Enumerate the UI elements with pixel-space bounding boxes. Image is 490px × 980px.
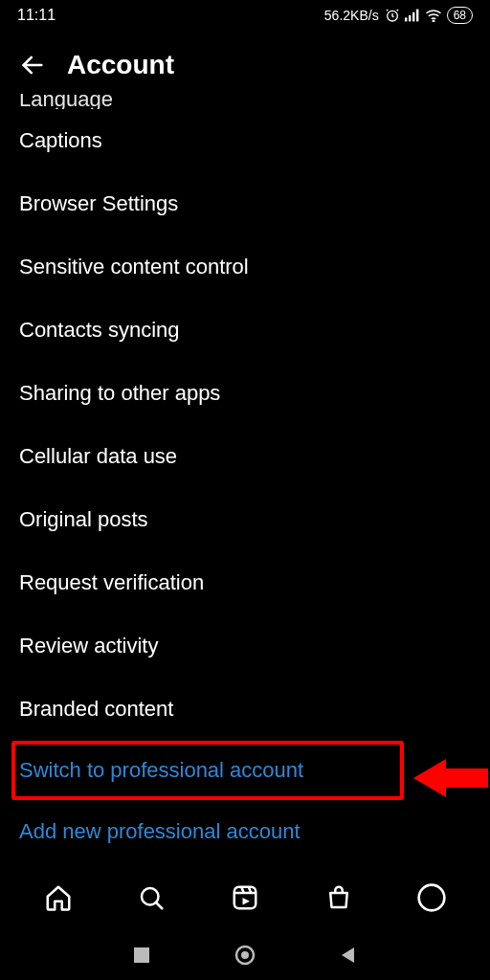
shop-icon [324, 883, 353, 912]
arrow-left-icon [19, 52, 46, 78]
triangle-left-icon [339, 946, 358, 965]
link-add-professional[interactable]: Add new professional account [19, 800, 471, 863]
svg-point-18 [241, 951, 249, 959]
list-item-review-activity[interactable]: Review activity [19, 614, 471, 678]
status-right: 56.2KB/s 68 [324, 7, 473, 24]
list-item-request-verification[interactable]: Request verification [19, 551, 471, 614]
tab-reels[interactable] [222, 875, 268, 921]
link-switch-professional[interactable]: Switch to professional account [19, 745, 396, 796]
list-item-cutoff[interactable]: Language [19, 94, 471, 109]
circle-icon [234, 944, 256, 967]
svg-rect-16 [134, 947, 149, 963]
signal-icon [405, 9, 420, 22]
status-bar: 11:11 56.2KB/s [0, 0, 490, 31]
settings-list: Language Captions Browser Settings Sensi… [0, 94, 490, 863]
svg-marker-14 [242, 898, 250, 905]
list-item-branded-content[interactable]: Branded content [19, 678, 471, 741]
profile-circle-icon [416, 882, 447, 913]
page-title: Account [67, 50, 174, 80]
nav-recent-button[interactable] [128, 942, 155, 969]
header: Account [0, 31, 490, 94]
battery-level: 68 [454, 8, 466, 23]
back-button[interactable] [19, 52, 46, 78]
list-item-sharing-apps[interactable]: Sharing to other apps [19, 362, 471, 425]
battery-icon: 68 [447, 7, 473, 24]
nav-back-button[interactable] [335, 942, 362, 969]
status-net-speed: 56.2KB/s [324, 8, 379, 23]
nav-home-button[interactable] [232, 942, 258, 969]
svg-line-9 [156, 902, 162, 908]
system-navbar [0, 930, 490, 980]
list-item-contacts-syncing[interactable]: Contacts syncing [19, 299, 471, 362]
search-icon [137, 883, 166, 912]
list-item-original-posts[interactable]: Original posts [19, 488, 471, 551]
tab-home[interactable] [35, 875, 81, 921]
alarm-icon [385, 8, 400, 23]
list-item-cellular-data[interactable]: Cellular data use [19, 425, 471, 488]
tab-shop[interactable] [316, 875, 362, 921]
svg-point-15 [419, 885, 445, 911]
svg-rect-4 [416, 10, 418, 22]
annotation-arrow-icon [413, 755, 488, 805]
tab-profile[interactable] [409, 875, 455, 921]
svg-marker-19 [342, 947, 354, 963]
svg-point-5 [433, 20, 434, 22]
status-icons: 68 [385, 7, 473, 24]
list-item-sensitive-content[interactable]: Sensitive content control [19, 235, 471, 299]
home-icon [44, 883, 73, 912]
svg-rect-1 [405, 17, 407, 21]
list-item-captions[interactable]: Captions [19, 109, 471, 172]
svg-rect-3 [412, 12, 414, 22]
annotation-highlight: Switch to professional account [11, 741, 404, 800]
svg-rect-2 [409, 15, 411, 21]
list-item-browser-settings[interactable]: Browser Settings [19, 172, 471, 235]
app-tabbar [0, 871, 490, 924]
wifi-icon [425, 9, 442, 22]
reels-icon [231, 883, 259, 912]
status-time: 11:11 [17, 7, 56, 24]
tab-search[interactable] [128, 875, 174, 921]
square-icon [133, 947, 150, 964]
svg-marker-7 [413, 759, 488, 797]
svg-rect-10 [234, 887, 256, 909]
